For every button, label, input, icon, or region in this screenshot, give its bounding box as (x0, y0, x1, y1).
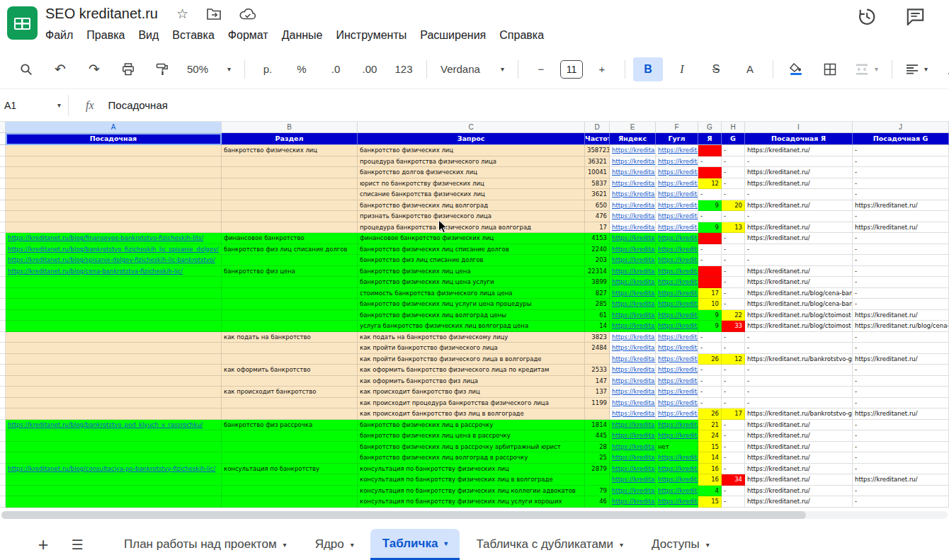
cell-google-url[interactable]: https://kreditar (656, 233, 698, 244)
cell-query[interactable]: списание банкротства физических лиц (358, 189, 585, 200)
cell-yandex-position[interactable]: 16 (698, 474, 722, 486)
cell-query[interactable]: как оформить банкротство физ лица (358, 376, 585, 387)
borders-button[interactable] (815, 57, 845, 81)
cell-google-position[interactable]: 20 (722, 200, 745, 212)
cell-landing-page[interactable] (6, 332, 222, 343)
header-yandex[interactable]: Яндекс (610, 133, 656, 145)
cell-google-url[interactable]: https://kreditar (656, 277, 698, 288)
cell-landing-page[interactable] (6, 376, 222, 387)
cell-google-position[interactable]: - (722, 398, 745, 409)
cell-frequency[interactable]: 2533 (585, 365, 610, 376)
cell-google-url[interactable]: https://kreditar (656, 189, 698, 200)
cell-landing-google[interactable]: - (853, 387, 949, 398)
cell-frequency[interactable]: 28 (585, 442, 610, 453)
cell-section[interactable] (222, 222, 358, 234)
cell-frequency[interactable]: 358723 (585, 145, 610, 156)
cell-yandex-url[interactable]: https://kreditar (610, 244, 656, 256)
cell-landing-yandex[interactable]: - (745, 376, 853, 387)
cell-yandex-url[interactable]: https://kreditar (610, 156, 656, 168)
cell-frequency[interactable]: 3621 (585, 189, 610, 200)
cell-landing-google[interactable]: - (853, 189, 949, 200)
cell-frequency[interactable]: 147 (585, 376, 610, 387)
cell-landing-yandex[interactable]: - (745, 244, 853, 256)
cell-google-position[interactable]: - (722, 233, 745, 244)
cell-yandex-position[interactable]: 26 (698, 408, 722, 420)
cell-landing-yandex[interactable]: https://kreditanet.ru/blog/ctoimost (745, 310, 853, 321)
font-select[interactable]: Verdana ▾ (435, 57, 510, 81)
cell-yandex-position[interactable]: - (698, 189, 722, 200)
menu-view[interactable]: Вид (138, 29, 159, 42)
cell-section[interactable] (222, 452, 358, 464)
cell-yandex-url[interactable]: https://kreditar (610, 310, 656, 321)
cell-google-position[interactable]: - (722, 178, 745, 190)
cell-google-position[interactable]: - (722, 266, 745, 278)
cell-landing-page[interactable] (6, 474, 222, 486)
cell-yandex-position[interactable]: - (698, 376, 722, 387)
cell-landing-google[interactable]: https://kreditanet.ru/ (853, 474, 949, 486)
cell-yandex-position[interactable]: 14 (698, 452, 722, 464)
cell-landing-yandex[interactable]: - (745, 211, 853, 222)
cell-section[interactable] (222, 299, 358, 310)
bold-button[interactable]: B (633, 57, 663, 81)
cell-yandex-url[interactable]: https://kreditar (610, 464, 656, 475)
cell-frequency[interactable]: 2879 (585, 464, 610, 475)
cell-yandex-url[interactable]: https://kreditar (610, 189, 656, 200)
cell-frequency[interactable]: 137 (585, 387, 610, 398)
cell-landing-yandex[interactable]: https://kreditanet.ru/ (745, 277, 853, 288)
vertical-align-button[interactable] (938, 57, 949, 81)
cell-google-position[interactable]: - (722, 420, 745, 431)
cell-query[interactable]: как происходит банкротство физ лиц в вол… (358, 408, 585, 420)
cell-section[interactable] (222, 255, 358, 266)
cell-query[interactable]: процедура банкротства физического лица (358, 156, 585, 168)
cell-landing-yandex[interactable]: - (745, 387, 853, 398)
cell-query[interactable]: как пройти банкротство физического лица (358, 343, 585, 354)
cell-query[interactable]: банкротство физических лиц в рассрочку а… (358, 442, 585, 453)
cell-google-position[interactable]: - (722, 430, 745, 442)
cell-landing-page[interactable] (6, 200, 222, 212)
cell-landing-yandex[interactable]: https://kreditanet.ru/ (745, 200, 853, 212)
cell-section[interactable] (222, 474, 358, 486)
cell-yandex-position[interactable] (698, 145, 722, 156)
cell-landing-google[interactable]: - (853, 376, 949, 387)
cell-landing-yandex[interactable]: - (745, 189, 853, 200)
cell-landing-page[interactable] (6, 321, 222, 332)
cell-yandex-position[interactable] (698, 167, 722, 178)
menu-help[interactable]: Справка (499, 29, 544, 42)
cell-landing-yandex[interactable]: https://kreditanet.ru/ (745, 266, 853, 278)
cell-query[interactable]: банкротство физических лиц (358, 145, 585, 156)
column-letter-f[interactable]: F (656, 122, 698, 133)
cell-query[interactable]: банкротство физических лиц волгоград (358, 200, 585, 212)
cell-yandex-url[interactable]: https://kreditar (610, 365, 656, 376)
header-chastota[interactable]: Частота (585, 133, 610, 145)
cell-landing-yandex[interactable]: - (745, 332, 853, 343)
cell-frequency[interactable]: 2240 (585, 244, 610, 256)
cell-yandex-position[interactable]: - (698, 398, 722, 409)
cell-google-url[interactable]: https://kreditar (656, 266, 698, 278)
move-folder-icon[interactable] (207, 8, 221, 20)
cell-yandex-url[interactable]: https://kreditar (610, 387, 656, 398)
cell-landing-page[interactable] (6, 452, 222, 464)
cell-landing-google[interactable]: - (853, 496, 949, 508)
cell-frequency[interactable]: 14 (585, 321, 610, 332)
cell-google-position[interactable]: - (722, 387, 745, 398)
cell-frequency[interactable]: 1199 (585, 398, 610, 409)
cell-landing-yandex[interactable]: - (745, 156, 853, 168)
cell-yandex-position[interactable]: 21 (698, 420, 722, 431)
cell-landing-yandex[interactable]: https://kreditanet.ru/blog/cena-ban (745, 288, 853, 299)
cell-section[interactable] (222, 189, 358, 200)
star-icon[interactable]: ☆ (176, 7, 188, 21)
column-letter-h[interactable]: H (722, 122, 745, 133)
menu-tools[interactable]: Инструменты (336, 29, 407, 42)
cell-google-position[interactable]: - (722, 332, 745, 343)
cell-yandex-position[interactable]: 9 (698, 310, 722, 321)
column-letter-i[interactable]: I (745, 122, 853, 133)
cell-yandex-position[interactable]: 15 (698, 442, 722, 453)
cell-google-url[interactable]: https://kreditar (656, 376, 698, 387)
cell-query[interactable]: банкротство долгов физических лиц (358, 167, 585, 178)
cell-section[interactable] (222, 398, 358, 409)
header-posadochnaya-g[interactable]: Посадочная G (853, 133, 949, 145)
cell-yandex-position[interactable]: - (698, 156, 722, 168)
header-razdel[interactable]: Раздел (222, 133, 358, 145)
cell-section[interactable]: консультация по банкротству (222, 464, 358, 475)
cell-yandex-position[interactable]: - (698, 365, 722, 376)
